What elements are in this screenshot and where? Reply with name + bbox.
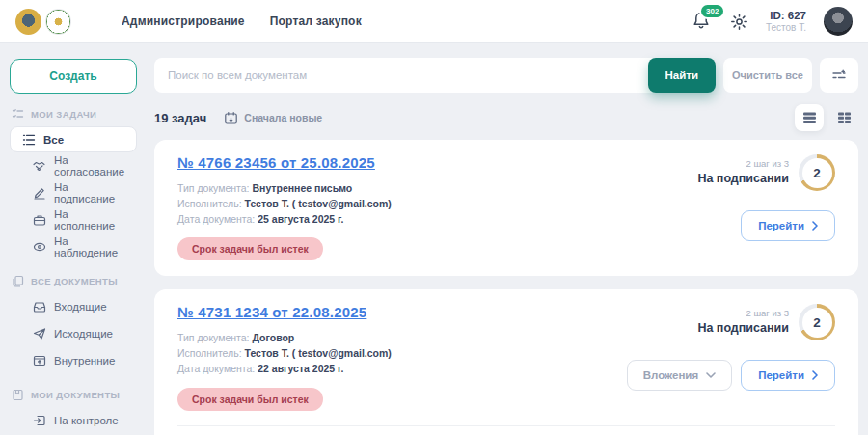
notifications-count-badge: 302 [699, 3, 725, 19]
eye-icon [33, 240, 46, 254]
card-left: № 4731 1234 от 22.08.2025 Тип документа:… [177, 304, 392, 410]
sidebar-item-for-observation[interactable]: На наблюдение [10, 233, 137, 260]
section-my-tasks: МОИ ЗАДАЧИ [12, 108, 137, 121]
chevron-down-icon [706, 372, 716, 378]
search-box: Найти [154, 58, 716, 93]
search-input[interactable] [154, 69, 716, 81]
search-row: Найти Очистить все [154, 58, 858, 93]
step-progress-ring: 2 [799, 154, 835, 191]
user-name: Тестов Т. [766, 22, 806, 35]
step-number: 2 [802, 308, 832, 338]
attachments-button[interactable]: Вложения [627, 360, 732, 391]
app-window: Администрирование Портал закупок 302 [0, 0, 868, 435]
chevron-right-icon [812, 221, 818, 231]
top-header: Администрирование Портал закупок 302 [0, 0, 868, 43]
go-button[interactable]: Перейти [741, 210, 835, 241]
create-button[interactable]: Создать [10, 59, 137, 94]
documents-stack-icon [12, 275, 24, 287]
chevron-right-icon [812, 370, 818, 380]
filter-sliders-icon [831, 68, 847, 82]
sidebar-item-incoming[interactable]: Входящие [10, 293, 137, 320]
notifications-button[interactable]: 302 [692, 10, 713, 33]
grid-icon [837, 111, 852, 124]
tasks-count: 19 задач [154, 111, 206, 125]
tasks-toolbar: 19 задач Сначала новые [154, 105, 858, 130]
list-view-button[interactable] [795, 104, 824, 131]
avatar[interactable] [824, 7, 853, 36]
sidebar-item-for-signing[interactable]: На подписание [10, 179, 137, 206]
sort-label: Сначала новые [244, 112, 322, 123]
user-id: ID: 627 [766, 9, 806, 22]
paper-plane-icon [33, 327, 46, 340]
task-card: № 4766 23456 от 25.08.2025 Тип документа… [154, 140, 858, 276]
view-toggles [795, 104, 858, 131]
status-label: На подписании [697, 171, 789, 187]
list-icon [22, 133, 36, 147]
sidebar: Создать МОИ ЗАДАЧИ Все [0, 43, 147, 435]
sidebar-item-internal[interactable]: Внутренние [10, 347, 137, 374]
step-progress-ring: 2 [799, 304, 835, 340]
document-link[interactable]: № 4766 23456 от 25.08.2025 [177, 154, 375, 171]
go-button[interactable]: Перейти [741, 360, 835, 391]
ministry-emblem-icon [45, 9, 71, 35]
status-label: На подписании [697, 320, 789, 337]
expired-badge: Срок задачи был истек [177, 388, 323, 411]
find-button[interactable]: Найти [648, 58, 716, 93]
grid-view-button[interactable] [829, 104, 858, 131]
briefcase-icon [33, 213, 46, 227]
document-meta: Тип документа: Договор Исполнитель: Тест… [177, 331, 392, 376]
handshake-icon [33, 159, 46, 173]
signature-pen-icon [33, 186, 46, 200]
main-content: Найти Очистить все 19 задач [147, 43, 868, 435]
step-label: 2 шаг из 3 [697, 158, 789, 171]
section-all-documents: ВСЕ ДОКУМЕНТЫ [12, 275, 137, 287]
sidebar-item-for-approval[interactable]: На согласование [10, 152, 137, 179]
settings-gear-button[interactable] [730, 13, 748, 31]
state-emblem-icon [15, 9, 41, 35]
card-right: 2 шаг из 3 На подписании 2 Перейти [604, 154, 835, 260]
task-card: № 4731 1234 от 22.08.2025 Тип документа:… [154, 289, 858, 435]
clear-all-button[interactable]: Очистить все [723, 58, 812, 93]
nav-administration[interactable]: Администрирование [122, 14, 245, 28]
expired-badge: Срок задачи был истек [177, 237, 323, 260]
calendar-sort-icon [224, 111, 238, 125]
user-info: ID: 627 Тестов Т. [766, 9, 806, 35]
attachments-section: Проект договора PDF Приложение 1 (1).pdf… [177, 425, 835, 435]
archive-box-icon [33, 354, 46, 367]
document-link[interactable]: № 4731 1234 от 22.08.2025 [177, 304, 366, 320]
step-label: 2 шаг из 3 [697, 308, 789, 320]
logo-group [15, 9, 71, 35]
sidebar-item-all[interactable]: Все [10, 126, 137, 152]
sidebar-item-for-execution[interactable]: На исполнение [10, 206, 137, 233]
card-left: № 4766 23456 от 25.08.2025 Тип документа… [177, 154, 392, 260]
sort-control[interactable]: Сначала новые [224, 111, 322, 125]
step-number: 2 [802, 158, 832, 188]
section-my-documents: МОИ ДОКУМЕНТЫ [12, 389, 137, 401]
sidebar-item-outgoing[interactable]: Исходящие [10, 320, 137, 347]
filter-button[interactable] [820, 58, 858, 93]
header-nav: Администрирование Портал закупок [122, 14, 362, 28]
checklist-icon [12, 108, 24, 121]
document-meta: Тип документа: Внутреннее письмо Исполни… [177, 181, 392, 227]
header-right: 302 ID: 627 Тестов Т. [692, 7, 853, 36]
inbox-icon [33, 300, 46, 313]
card-right: 2 шаг из 3 На подписании 2 Вложения [604, 304, 835, 410]
rows-icon [802, 111, 817, 124]
nav-procurement-portal[interactable]: Портал закупок [270, 14, 362, 28]
arrow-enter-icon [33, 414, 46, 427]
sidebar-item-on-control[interactable]: На контроле [10, 407, 137, 434]
notebook-icon [12, 389, 24, 401]
